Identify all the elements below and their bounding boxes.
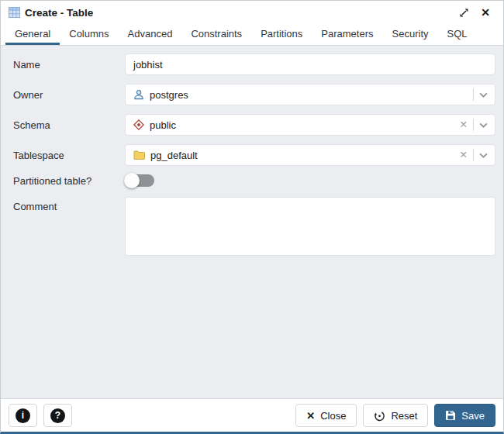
general-tab-panel: Name Owner postgres bbox=[1, 46, 503, 398]
dialog-footer: i ? ✕ Close Reset bbox=[1, 398, 503, 432]
chevron-down-icon[interactable] bbox=[479, 92, 488, 98]
partitioned-row: Partitioned table? bbox=[7, 174, 495, 187]
tab-security[interactable]: Security bbox=[383, 24, 438, 45]
maximize-icon[interactable] bbox=[455, 4, 472, 21]
save-button[interactable]: Save bbox=[434, 404, 495, 427]
help-button[interactable]: ? bbox=[43, 404, 72, 427]
chevron-down-icon[interactable] bbox=[479, 153, 488, 158]
schema-value: public bbox=[150, 119, 176, 131]
folder-icon bbox=[133, 150, 145, 160]
tab-columns[interactable]: Columns bbox=[60, 24, 118, 45]
owner-label: Owner bbox=[7, 89, 125, 101]
info-icon: i bbox=[16, 408, 30, 423]
reset-icon bbox=[374, 410, 385, 422]
dialog-titlebar: Create - Table ✕ bbox=[1, 1, 503, 24]
sql-help-button[interactable]: i bbox=[9, 404, 37, 427]
create-table-dialog: Create - Table ✕ General Columns Advance… bbox=[0, 0, 504, 434]
name-row: Name bbox=[7, 53, 495, 75]
close-button-label: Close bbox=[320, 410, 346, 422]
help-icon: ? bbox=[50, 408, 65, 423]
tablespace-label: Tablespace bbox=[7, 150, 125, 161]
combo-divider bbox=[473, 88, 474, 101]
tab-partitions[interactable]: Partitions bbox=[251, 24, 312, 45]
close-button[interactable]: ✕ Close bbox=[295, 404, 357, 427]
comment-label: Comment bbox=[7, 197, 125, 212]
schema-select[interactable]: public ✕ bbox=[125, 114, 495, 136]
tab-constraints[interactable]: Constraints bbox=[181, 24, 251, 45]
table-icon bbox=[9, 7, 20, 18]
owner-row: Owner postgres bbox=[7, 84, 495, 105]
save-button-label: Save bbox=[461, 410, 485, 422]
owner-select[interactable]: postgres bbox=[125, 84, 495, 105]
tablespace-value: pg_default bbox=[150, 150, 198, 161]
comment-row: Comment bbox=[7, 197, 495, 259]
tab-advanced[interactable]: Advanced bbox=[119, 24, 182, 45]
partitioned-toggle[interactable] bbox=[126, 174, 154, 187]
tab-general[interactable]: General bbox=[5, 24, 60, 45]
reset-button[interactable]: Reset bbox=[363, 404, 428, 427]
schema-icon bbox=[133, 119, 144, 130]
name-label: Name bbox=[7, 59, 125, 71]
tab-sql[interactable]: SQL bbox=[438, 24, 477, 45]
tab-parameters[interactable]: Parameters bbox=[312, 24, 382, 45]
tablespace-row: Tablespace pg_default ✕ bbox=[7, 144, 495, 166]
chevron-down-icon[interactable] bbox=[479, 122, 488, 128]
save-icon bbox=[445, 410, 456, 421]
schema-label: Schema bbox=[7, 119, 125, 131]
dialog-title: Create - Table bbox=[25, 7, 93, 19]
clear-icon[interactable]: ✕ bbox=[460, 120, 468, 130]
toggle-knob bbox=[124, 173, 140, 188]
comment-textarea[interactable] bbox=[125, 197, 495, 256]
clear-icon[interactable]: ✕ bbox=[460, 150, 468, 160]
schema-row: Schema public ✕ bbox=[7, 114, 495, 136]
user-icon bbox=[133, 89, 144, 100]
combo-divider bbox=[473, 119, 474, 131]
owner-value: postgres bbox=[150, 89, 188, 101]
tablespace-select[interactable]: pg_default ✕ bbox=[125, 144, 495, 166]
combo-divider bbox=[473, 149, 474, 161]
close-icon[interactable]: ✕ bbox=[477, 4, 494, 21]
reset-button-label: Reset bbox=[391, 410, 417, 422]
name-input[interactable] bbox=[125, 53, 495, 75]
close-x-icon: ✕ bbox=[306, 410, 315, 422]
dialog-tabbar: General Columns Advanced Constraints Par… bbox=[1, 24, 503, 46]
partitioned-label: Partitioned table? bbox=[7, 175, 125, 187]
